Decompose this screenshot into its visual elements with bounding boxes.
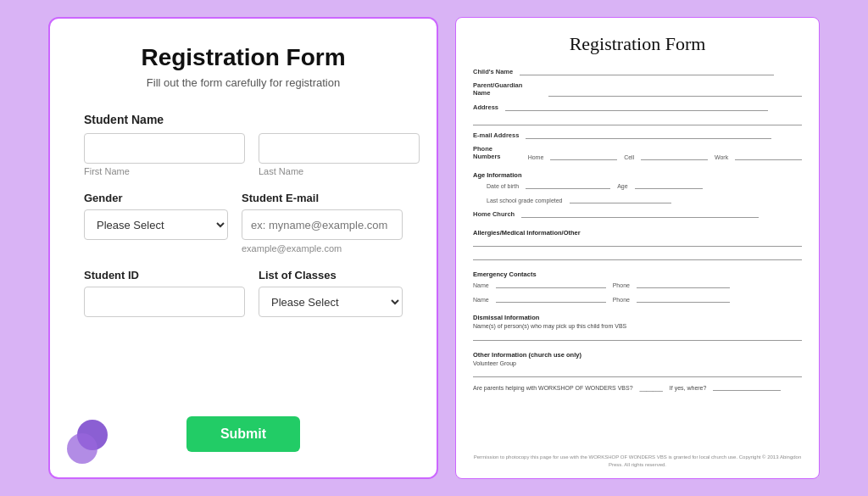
parent-name-row: Parent/Guardian Name: [473, 81, 802, 97]
child-name-label: Child's Name: [473, 68, 513, 75]
email-address-row: E-mail Address: [473, 131, 802, 139]
first-name-group: First Name: [84, 133, 245, 176]
student-id-label: Student ID: [84, 269, 245, 281]
dob-label: Date of birth: [487, 183, 519, 189]
left-panel: Registration Form Fill out the form care…: [48, 17, 438, 479]
student-name-row: First Name Last Name: [84, 133, 403, 176]
form-subtitle: Fill out the form carefully for registra…: [84, 76, 403, 89]
dismissal-line: [473, 332, 802, 341]
emergency-name-2-line: [496, 294, 606, 303]
dob-line: [526, 181, 610, 189]
phone-home-line: [550, 152, 617, 160]
emergency-name-2-label: Name: [473, 297, 489, 303]
home-church-label: Home Church: [473, 210, 515, 218]
age-label: Age: [617, 183, 627, 189]
phone-label: Phone Numbers: [473, 145, 521, 160]
last-name-group: Last Name: [259, 133, 420, 176]
gender-group: Gender Please Select Male Female Other: [84, 192, 228, 254]
address-line: [505, 103, 768, 111]
grade-line: [570, 195, 671, 203]
other-info-label: Other Information (church use only): [473, 351, 802, 359]
address-line-2: [473, 117, 802, 125]
gender-select[interactable]: Please Select Male Female Other: [84, 209, 228, 240]
grade-label: Last school grade completed: [487, 198, 563, 203]
dismissal-label: Dismissal Information: [473, 314, 802, 321]
home-church-row: Home Church: [473, 209, 802, 218]
email-input[interactable]: [242, 209, 403, 240]
email-hint: example@example.com: [242, 243, 403, 254]
student-name-label: Student Name: [84, 113, 403, 126]
id-classes-row: Student ID List of Classes Please Select…: [84, 269, 403, 317]
age-info-label: Age Information: [473, 171, 802, 179]
classes-select[interactable]: Please Select Class A Class B Class C: [259, 287, 403, 317]
form-title: Registration Form: [84, 44, 403, 71]
gender-label: Gender: [84, 192, 228, 204]
child-name-line: [520, 67, 774, 75]
allergies-label: Allergies/Medical Information/Other: [473, 229, 802, 237]
email-label: Student E-mail: [242, 192, 403, 204]
first-name-input[interactable]: [84, 133, 245, 164]
phone-work-line: [735, 152, 802, 160]
emergency-phone-2-label: Phone: [613, 297, 630, 303]
paper-form-title: Registration Form: [473, 33, 802, 55]
child-name-row: Child's Name: [473, 67, 802, 75]
emergency-phone-2-line: [637, 294, 730, 303]
main-container: Registration Form Fill out the form care…: [0, 0, 868, 496]
home-church-line: [521, 209, 759, 218]
address-row: Address: [473, 103, 802, 111]
student-id-group: Student ID: [84, 269, 245, 317]
allergies-line-1: [473, 238, 802, 247]
parents-helping-row: Are parents helping with WORKSHOP OF WON…: [473, 382, 802, 391]
volunteer-group-label: Volunteer Group: [473, 360, 802, 366]
last-name-input[interactable]: [259, 133, 420, 164]
address-label: Address: [473, 103, 498, 111]
parents-helping-label: Are parents helping with WORKSHOP OF WON…: [473, 385, 633, 391]
parent-name-label: Parent/Guardian Name: [473, 81, 542, 97]
emergency-phone-1-line: [637, 280, 730, 288]
classes-group: List of Classes Please Select Class A Cl…: [259, 269, 403, 317]
volunteer-line: [473, 369, 802, 377]
phone-row: Phone Numbers Home Cell Work: [473, 145, 802, 160]
right-panel: Registration Form Child's Name Parent/Gu…: [455, 17, 820, 479]
if-yes-label: If yes, where?: [670, 385, 707, 391]
grade-row: Last school grade completed: [473, 195, 802, 203]
dob-row: Date of birth Age: [473, 181, 802, 189]
emergency-name-1-label: Name: [473, 282, 489, 288]
student-id-input[interactable]: [84, 287, 245, 317]
emergency-phone-1-label: Phone: [613, 282, 630, 288]
email-group: Student E-mail example@example.com: [242, 192, 403, 254]
logo-circle-2: [67, 433, 97, 464]
emergency-name-1-line: [496, 280, 606, 288]
emergency-contacts-label: Emergency Contacts: [473, 270, 802, 278]
phone-work-label: Work: [715, 154, 728, 160]
paper-footer: Permission to photocopy this page for us…: [473, 450, 802, 468]
age-line: [635, 181, 703, 189]
if-yes-line: [713, 382, 781, 391]
logo: [67, 420, 111, 464]
first-name-sublabel: First Name: [84, 166, 245, 176]
email-address-label: E-mail Address: [473, 131, 519, 139]
email-address-line: [526, 131, 771, 139]
last-name-sublabel: Last Name: [259, 166, 420, 176]
gender-email-row: Gender Please Select Male Female Other S…: [84, 192, 403, 254]
classes-label: List of Classes: [259, 269, 403, 281]
phone-cell-line: [641, 152, 708, 160]
emergency-1-row: Name Phone: [473, 280, 802, 288]
phone-home-label: Home: [528, 154, 544, 160]
phone-cell-label: Cell: [624, 154, 634, 160]
emergency-2-row: Name Phone: [473, 294, 802, 303]
dismissal-desc: Name(s) of person(s) who may pick up thi…: [473, 323, 802, 329]
parent-name-line: [548, 88, 802, 97]
allergies-line-2: [473, 252, 802, 260]
submit-button[interactable]: Submit: [186, 416, 300, 452]
